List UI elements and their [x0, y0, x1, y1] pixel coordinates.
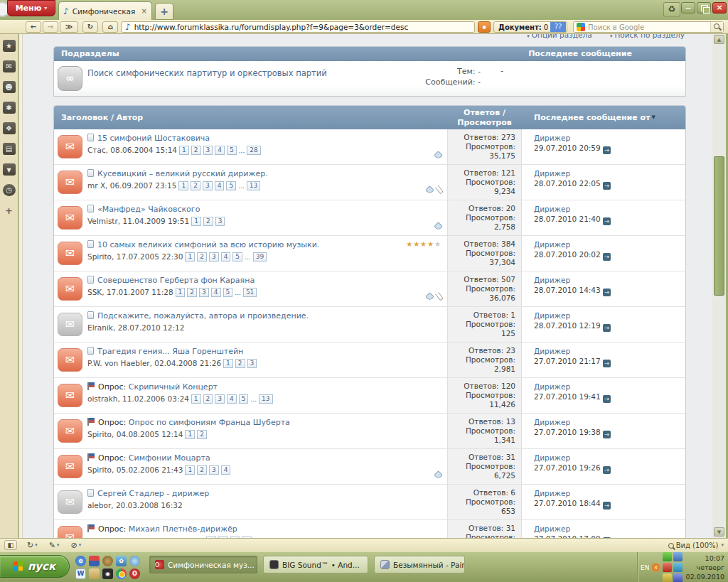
column-replies-views[interactable]: Ответов / Просмотров [447, 106, 522, 129]
page-link[interactable]: 4 [221, 465, 231, 475]
go-to-last-post-icon[interactable] [603, 217, 611, 225]
word-icon[interactable] [75, 568, 86, 579]
thread-title-link[interactable]: Совершенство Герберта фон Караяна [97, 276, 255, 285]
thread-title-link[interactable]: Опрос по симфониям Франца Шуберта [129, 418, 290, 427]
im-icon[interactable] [116, 556, 127, 566]
page-link[interactable]: 1 [191, 394, 201, 404]
page-link[interactable]: 51 [243, 288, 257, 297]
thread-title-link[interactable]: Симфонии Моцарта [129, 453, 210, 463]
page-link[interactable]: 4 [215, 146, 225, 155]
page-link[interactable]: 1 [185, 430, 195, 439]
language-indicator[interactable]: EN [641, 564, 649, 571]
bookmarks-icon[interactable] [3, 40, 16, 52]
chrome-icon[interactable] [116, 568, 127, 579]
page-link[interactable]: 2 [197, 430, 207, 439]
reload-button[interactable] [82, 21, 98, 33]
opera-menu-button[interactable]: Меню ▾ [7, 0, 55, 16]
last-post-user-link[interactable]: Дирижер [534, 240, 570, 249]
thread-title-link[interactable]: Кусевицкий – великий русский дирижер. [97, 169, 268, 178]
tray-icon[interactable] [673, 563, 682, 572]
search-go-button[interactable] [710, 22, 723, 32]
go-to-last-post-icon[interactable] [603, 253, 611, 261]
page-link[interactable]: 3 [203, 181, 213, 190]
vertical-scrollbar[interactable] [712, 34, 726, 538]
notes-menu[interactable]: ▾ [49, 541, 60, 550]
page-link[interactable]: 13 [259, 394, 272, 404]
thread-title-link[interactable]: Сергей Стадлер - дирижер [97, 489, 209, 498]
go-to-last-post-icon[interactable] [603, 431, 611, 438]
page-link[interactable]: 4 [221, 252, 231, 262]
page-link[interactable]: 39 [253, 252, 267, 262]
column-title-author[interactable]: Заголовок / Автор [54, 106, 447, 129]
go-to-last-post-icon[interactable] [603, 502, 611, 510]
hide-tray-icons-button[interactable] [651, 563, 660, 572]
tray-icon[interactable] [673, 552, 682, 561]
restore-button[interactable] [697, 2, 711, 14]
page-link[interactable]: 3 [209, 252, 219, 262]
contacts-icon[interactable] [3, 81, 16, 93]
downloads-icon[interactable] [3, 163, 16, 176]
thread-title-link[interactable]: Трагедия гения... Яша Горенштейн [97, 347, 243, 356]
go-to-last-post-icon[interactable] [603, 360, 611, 367]
page-link[interactable]: 1 [185, 252, 195, 262]
save-icon[interactable] [89, 556, 100, 566]
page-link[interactable]: 2 [197, 465, 207, 475]
page-link[interactable]: 2 [197, 252, 207, 262]
game-icon[interactable] [102, 556, 113, 566]
thread-title-link[interactable]: Скрипичный Концерт [129, 382, 218, 392]
go-to-last-post-icon[interactable] [603, 146, 611, 154]
steam-icon[interactable] [102, 568, 113, 579]
go-to-last-post-icon[interactable] [603, 395, 611, 403]
page-link[interactable]: 5 [239, 394, 249, 404]
page-link[interactable]: 5 [227, 146, 237, 155]
page-link[interactable]: 2 [203, 217, 213, 226]
last-post-user-link[interactable]: Дирижер [534, 134, 570, 142]
last-post-user-link[interactable]: Дирижер [534, 169, 570, 178]
go-to-last-post-icon[interactable] [603, 289, 611, 296]
opera-icon[interactable] [129, 568, 140, 579]
last-post-user-link[interactable]: Дирижер [534, 205, 570, 213]
page-link[interactable]: 1 [179, 146, 189, 155]
tray-icon[interactable] [673, 573, 682, 582]
tray-icon[interactable] [663, 563, 672, 572]
page-link[interactable]: 2 [191, 146, 201, 155]
thread-title-link[interactable]: Подскажите, пожалуйста, автора и произве… [97, 311, 309, 320]
page-link[interactable]: 2 [235, 359, 245, 368]
taskbar-button-bigsound[interactable]: BIG Sound™ • And... [263, 556, 368, 573]
page-link[interactable]: 2 [203, 394, 213, 404]
unite-icon[interactable] [3, 122, 16, 134]
tray-icon[interactable] [663, 552, 672, 561]
last-post-user-link[interactable]: Дирижер [534, 489, 570, 497]
thread-title-link[interactable]: «Манфред» Чайковского [97, 205, 200, 214]
page-link[interactable]: 4 [215, 181, 225, 190]
rss-feed-icon[interactable] [478, 21, 491, 33]
scrollbar-thumb[interactable] [714, 156, 724, 296]
ie-icon[interactable] [75, 556, 86, 566]
new-tab-button[interactable] [155, 3, 173, 20]
last-post-user-link[interactable]: Дирижер [534, 453, 570, 462]
taskbar-button-paint[interactable]: Безымянный - Paint [374, 556, 465, 573]
page-link[interactable]: 1 [191, 217, 201, 226]
sync-menu[interactable]: ▾ [27, 541, 38, 550]
page-link[interactable]: 3 [209, 465, 219, 475]
go-to-last-post-icon[interactable] [603, 182, 611, 190]
page-link[interactable]: 3 [215, 217, 225, 226]
thread-title-link[interactable]: 15 симфоний Шостаковича [97, 134, 210, 143]
page-link[interactable]: 2 [191, 181, 200, 190]
globe-icon[interactable] [129, 556, 140, 566]
page-link[interactable]: 3 [215, 394, 225, 404]
page-link[interactable]: 28 [247, 146, 260, 155]
url-field[interactable]: http://www.forumklassika.ru/forumdisplay… [121, 21, 475, 33]
add-panel-icon[interactable] [3, 205, 16, 217]
forum-search-link[interactable]: ▾Поиск по разделу [610, 34, 685, 39]
home-button[interactable] [102, 21, 118, 33]
page-link[interactable]: 3 [199, 288, 209, 297]
page-link[interactable]: 5 [223, 288, 233, 297]
go-to-last-post-icon[interactable] [603, 324, 611, 332]
document-progress-dropdown[interactable]: Документ: 0 ?? ▾ [493, 21, 567, 33]
scroll-down-button[interactable] [714, 527, 724, 537]
taskbar-clock[interactable]: 10:07 четверг 02.09.2010 [686, 554, 728, 581]
panels-toggle-button[interactable] [4, 540, 17, 550]
thread-title-link[interactable]: 10 самых великих симфоний за всю историю… [97, 240, 319, 249]
taskbar-button-opera[interactable]: Симфоническая муз... [149, 556, 257, 573]
